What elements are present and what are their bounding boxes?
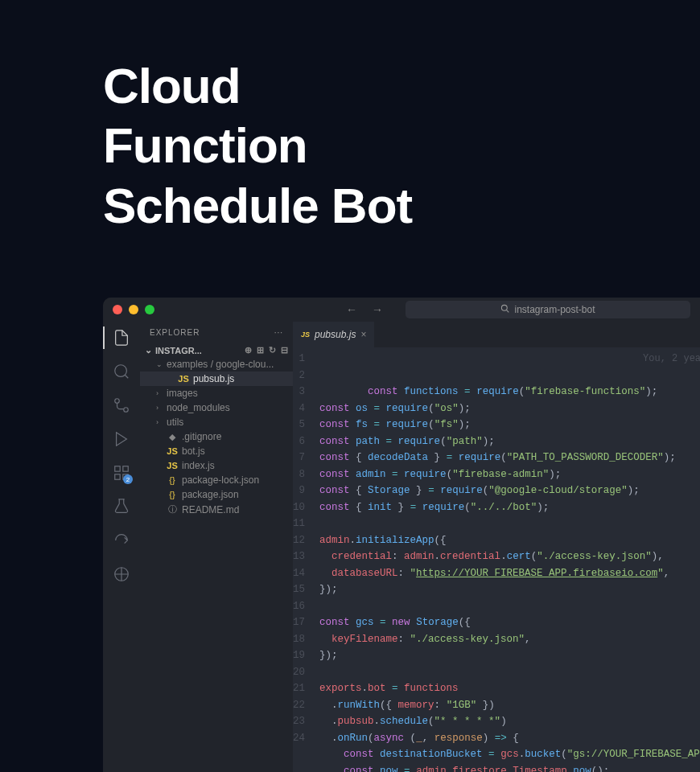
maximize-window-button[interactable] [145,305,154,314]
explorer-icon[interactable] [112,328,131,347]
source-control-icon[interactable] [112,396,131,415]
chevron-right-icon: › [156,389,163,397]
line-numbers: 1 2 3 4 5 6 7 8 9 10 11 12 13 14 15 16 1… [293,347,319,772]
svg-rect-9 [115,474,120,479]
activity-bar: 2 [103,322,140,772]
svg-point-4 [115,399,120,404]
svg-line-1 [507,310,509,313]
nav-arrows: ← → [346,303,383,316]
chevron-down-icon: ⌄ [145,345,152,355]
svg-marker-6 [117,433,127,446]
extensions-badge: 2 [123,474,133,484]
item-label: index.js [182,460,215,471]
project-header[interactable]: ⌄ INSTAGR... ⊕ ⊞ ↻ ⊟ [140,343,293,357]
refresh-icon[interactable]: ↻ [269,345,276,355]
extensions-icon[interactable]: 2 [112,463,131,482]
search-activity-icon[interactable] [112,362,131,381]
chevron-right-icon: › [156,404,163,412]
tree-folder-examples[interactable]: ⌄ examples / google-clou... [140,357,293,372]
item-label: node_modules [167,402,230,413]
file-icon: JS [178,374,189,384]
sidebar-menu-button[interactable]: ··· [274,328,283,337]
item-label: README.md [182,504,239,515]
tab-filename: pubsub.js [315,329,356,340]
hero-line-3: Schedule Bot [103,176,412,236]
testing-icon[interactable] [112,497,131,516]
item-label: package-lock.json [182,474,259,486]
file-icon: JS [167,446,178,456]
file-icon: {} [167,475,178,485]
close-window-button[interactable] [113,305,122,314]
title-bar: ← → instagram-post-bot [103,298,700,322]
file-icon: {} [167,490,178,499]
search-icon [500,304,509,315]
nav-forward-button[interactable]: → [372,303,383,316]
svg-point-2 [115,365,127,377]
main-area: 2 EXPLORER ··· ⌄ INSTAGR... ⊕ ⊞ [103,322,700,772]
editor-window: ← → instagram-post-bot [103,298,700,772]
minimize-window-button[interactable] [129,305,138,314]
item-label: utils [167,417,183,428]
tree-item-pubsub-js[interactable]: JSpubsub.js [140,372,293,386]
tree-item--gitignore[interactable]: ◆.gitignore [140,429,293,444]
chevron-down-icon: ⌄ [156,360,163,368]
hero-title: Cloud Function Schedule Bot [103,56,412,236]
nav-back-button[interactable]: ← [346,303,357,316]
svg-point-5 [124,408,129,413]
traffic-lights [113,305,154,314]
item-label: .gitignore [182,431,221,442]
svg-point-0 [502,305,508,310]
close-tab-button[interactable]: × [360,329,366,340]
file-icon: JS [167,461,178,470]
sidebar-header: EXPLORER ··· [140,322,293,343]
item-label: pubsub.js [193,373,234,384]
hero-line-2: Function [103,116,412,175]
svg-rect-8 [123,466,128,471]
command-center[interactable]: instagram-post-bot [406,301,690,318]
run-debug-icon[interactable] [112,429,131,449]
tree-item-package-json[interactable]: {}package.json [140,487,293,502]
code-content[interactable]: You, 2 years ago const functions = requi… [319,347,700,772]
sidebar: EXPLORER ··· ⌄ INSTAGR... ⊕ ⊞ ↻ ⊟ ⌄ exam… [140,322,293,772]
search-text: instagram-post-bot [514,304,595,315]
tree-item-images[interactable]: ›images [140,386,293,400]
tree-item-README-md[interactable]: ⓘREADME.md [140,502,293,517]
tree-item-bot-js[interactable]: JSbot.js [140,444,293,458]
item-label: images [167,388,198,399]
project-actions: ⊕ ⊞ ↻ ⊟ [245,345,288,355]
collapse-icon[interactable]: ⊟ [281,345,288,355]
new-folder-icon[interactable]: ⊞ [257,345,264,355]
new-file-icon[interactable]: ⊕ [245,345,252,355]
item-label: package.json [182,489,239,500]
tree-item-node_modules[interactable]: ›node_modules [140,400,293,415]
chevron-right-icon: › [156,418,163,426]
item-label: bot.js [182,446,205,457]
remote-icon[interactable] [112,565,131,584]
code-area[interactable]: 1 2 3 4 5 6 7 8 9 10 11 12 13 14 15 16 1… [293,347,700,772]
hero-line-1: Cloud [103,56,412,116]
tab-bar: JS pubsub.js × [293,322,700,347]
tab-pubsub[interactable]: JS pubsub.js × [293,322,374,347]
share-icon[interactable] [112,531,131,550]
project-name: INSTAGR... [155,346,202,355]
file-icon: ◆ [167,432,178,442]
sidebar-title: EXPLORER [150,328,200,337]
tree-item-utils[interactable]: ›utils [140,415,293,429]
tree-item-index-js[interactable]: JSindex.js [140,458,293,473]
file-icon: ⓘ [167,503,178,515]
editor-pane: JS pubsub.js × 1 2 3 4 5 6 7 8 9 10 11 1… [293,322,700,772]
folder-label: examples / google-clou... [167,359,274,370]
git-blame-annotation: You, 2 years ago [643,351,700,368]
tree-item-package-lock-json[interactable]: {}package-lock.json [140,473,293,487]
js-file-icon: JS [301,331,310,339]
svg-line-3 [125,375,128,378]
svg-rect-7 [115,466,120,471]
